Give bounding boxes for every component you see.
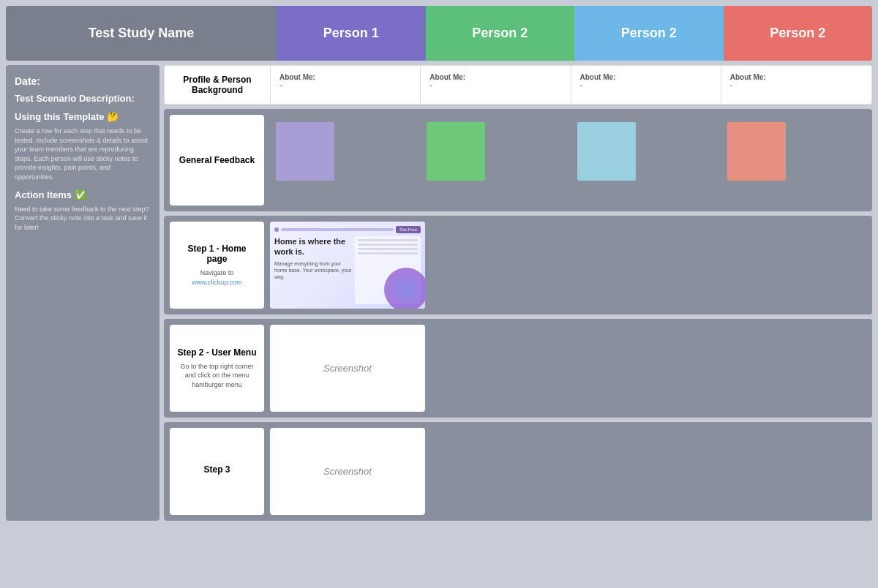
person2a-header: Person 2 — [426, 6, 575, 61]
line2 — [358, 244, 418, 246]
step2-sticky-p2c — [762, 319, 872, 418]
step2-label: Step 2 - User Menu Go to the top right c… — [170, 325, 264, 412]
clickup-left-panel: Home is where the work is. Manage everyt… — [274, 236, 352, 304]
profile-person1: About Me: - — [271, 66, 421, 104]
feedback-sticky-p2b — [571, 109, 722, 211]
step1-screenshot: Get Free Home is where the work is. Mana… — [270, 222, 425, 309]
step3-sticky-p2a — [541, 422, 652, 521]
step3-screenshot: Screenshot — [270, 428, 425, 515]
feedback-label: General Feedback — [170, 115, 264, 206]
date-label: Date: — [15, 75, 151, 87]
feedback-sticky-p1 — [270, 109, 421, 211]
sticky-note-green — [427, 122, 485, 181]
step1-sticky-p2c — [762, 216, 872, 314]
step1-sticky-p2b — [652, 216, 762, 314]
sidebar: Date: Test Scenario Description: Using t… — [6, 65, 160, 521]
clickup-cta-btn: Get Free — [396, 226, 421, 233]
step1-sticky-p1 — [431, 216, 541, 314]
clickup-top-bar: Get Free — [274, 226, 421, 233]
clickup-dot — [274, 227, 279, 232]
main-layout: Date: Test Scenario Description: Using t… — [6, 65, 872, 521]
sticky-note-blue — [577, 122, 636, 181]
content-area: Profile & Person Background About Me: - … — [164, 65, 872, 521]
clickup-app-preview — [355, 236, 421, 260]
clickup-heading: Home is where the work is. — [274, 236, 352, 257]
step2-screenshot-placeholder: Screenshot — [323, 363, 372, 374]
action-body: Need to take some feedback to the next s… — [15, 205, 151, 233]
step2-screenshot: Screenshot — [270, 325, 425, 412]
feedback-row: General Feedback — [164, 109, 872, 211]
step2-sticky-p2b — [652, 319, 762, 418]
step3-sticky-p2b — [652, 422, 762, 521]
clickup-right-panel — [355, 236, 421, 304]
clickup-screenshot: Get Free Home is where the work is. Mana… — [270, 222, 425, 309]
profile-person2c: About Me: - — [721, 66, 871, 104]
step1-row: Step 1 - Home page Navigate to www.click… — [164, 216, 872, 314]
step2-title: Step 2 - User Menu — [177, 347, 256, 358]
clickup-circle-decoration — [384, 268, 425, 309]
profile-person2b: About Me: - — [571, 66, 721, 104]
step1-title: Step 1 - Home page — [177, 244, 257, 264]
line4 — [358, 252, 418, 255]
step1-desc: Navigate to www.clickup.com — [177, 268, 257, 287]
profile-label: Profile & Person Background — [165, 66, 271, 104]
line1 — [358, 239, 418, 241]
step1-sticky-p2a — [541, 216, 652, 314]
step2-sticky-p2a — [541, 319, 652, 418]
person1-header: Person 1 — [277, 6, 426, 61]
step3-sticky-p2c — [762, 422, 872, 521]
using-body: Create a row for each step that needs to… — [15, 127, 151, 182]
step1-link[interactable]: www.clickup.com — [192, 279, 242, 286]
step3-row: Step 3 Screenshot — [164, 422, 872, 521]
clickup-subtext: Manage everything from your home base. Y… — [274, 260, 352, 280]
step3-label: Step 3 — [170, 428, 264, 515]
header-row: Test Study Name Person 1 Person 2 Person… — [6, 6, 872, 61]
person2b-header: Person 2 — [574, 6, 724, 61]
step2-desc: Go to the top right corner and click on … — [177, 362, 257, 390]
step2-row: Step 2 - User Menu Go to the top right c… — [164, 319, 872, 418]
feedback-sticky-p2c — [721, 109, 872, 211]
clickup-address-bar — [281, 228, 394, 231]
using-label: Using this Template 🤔 — [15, 111, 151, 122]
sticky-note-purple — [276, 122, 334, 181]
sticky-note-salmon — [727, 122, 786, 181]
feedback-sticky-p2a — [421, 109, 571, 211]
clickup-content: Home is where the work is. Manage everyt… — [274, 236, 421, 304]
step1-label: Step 1 - Home page Navigate to www.click… — [170, 222, 264, 309]
step3-screenshot-placeholder: Screenshot — [323, 466, 372, 477]
scenario-label: Test Scenario Description: — [15, 93, 151, 104]
step3-sticky-p1 — [431, 422, 541, 521]
study-name-header: Test Study Name — [6, 6, 277, 61]
person2c-header: Person 2 — [724, 6, 873, 61]
line3 — [358, 248, 418, 250]
step3-title: Step 3 — [203, 464, 230, 475]
profile-person2a: About Me: - — [421, 66, 571, 104]
step2-sticky-p1 — [431, 319, 541, 418]
profile-row: Profile & Person Background About Me: - … — [164, 65, 872, 105]
action-label: Action Items ✅ — [15, 189, 151, 200]
